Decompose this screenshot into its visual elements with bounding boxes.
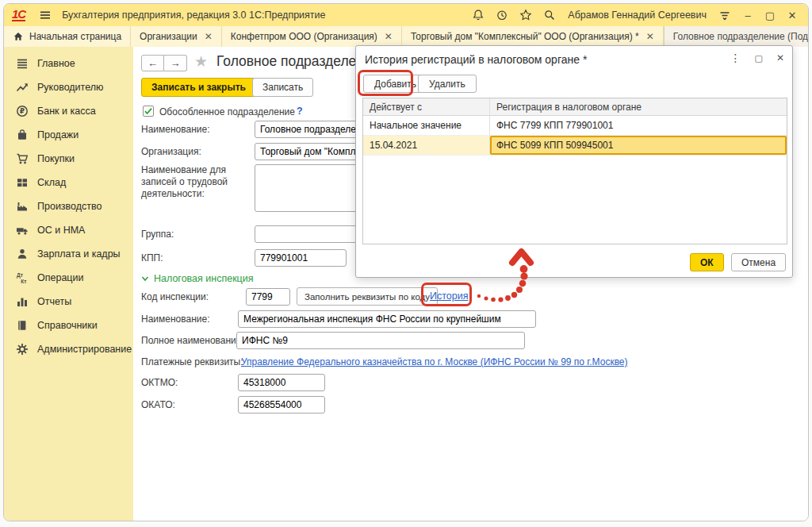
cell-registration[interactable]: ФНС 7799 КПП 779901001 [490, 116, 787, 135]
sidebar-item-production[interactable]: Производство [4, 194, 133, 218]
sidebar-item-label: Администрирование [37, 344, 132, 355]
history-clock-icon[interactable] [493, 6, 511, 24]
inspection-code-input[interactable]: 7799 [246, 288, 290, 306]
back-arrow-button[interactable]: ← [141, 55, 164, 71]
hamburger-menu-icon[interactable] [36, 6, 54, 24]
sidebar-item-directories[interactable]: Справочники [4, 314, 133, 337]
main-menu-icon [16, 57, 29, 70]
inspection-name-input[interactable]: Межрегиональная инспекция ФНС России по … [238, 310, 536, 328]
oktmo-input[interactable]: 45318000 [238, 374, 325, 391]
factory-icon [16, 200, 29, 213]
nav-buttons: ← → [141, 55, 187, 71]
debit-credit-icon: ДтКт [16, 271, 29, 284]
tab-head-division[interactable]: Головное подразделение (Подразделение)✕ [664, 26, 809, 47]
favorites-star-icon[interactable] [517, 6, 534, 24]
tab-label: Конфетпром ООО (Организация) [231, 31, 377, 42]
tab-konfetprom[interactable]: Конфетпром ООО (Организация)✕ [222, 26, 402, 47]
sidebar-item-label: Отчеты [37, 296, 71, 307]
ok-button[interactable]: ОК [690, 253, 724, 271]
svg-text:Кт: Кт [21, 279, 26, 284]
search-icon[interactable] [541, 6, 558, 24]
kpp-label: КПП: [141, 252, 163, 264]
tab-close-icon[interactable]: ✕ [205, 31, 213, 42]
sidebar-item-os-nma[interactable]: ОС и НМА [4, 218, 133, 242]
app-title: Бухгалтерия предприятия, редакция 3.0 1С… [62, 10, 325, 21]
sidebar-item-manager[interactable]: Руководителю [4, 75, 133, 99]
payment-details-label: Платежные реквизиты: [141, 356, 243, 367]
cell-registration[interactable]: ФНС 5099 КПП 509945001 [490, 136, 787, 155]
shopping-cart-icon [16, 152, 29, 165]
sidebar-item-salary-hr[interactable]: Зарплата и кадры [4, 242, 133, 266]
tab-organizations[interactable]: Организации✕ [131, 26, 222, 47]
inspection-code-label: Код инспекции: [141, 291, 209, 302]
save-button[interactable]: Записать [252, 78, 313, 97]
group-label: Группа: [141, 229, 174, 240]
delete-button[interactable]: Удалить [418, 75, 477, 93]
history-link[interactable]: История [430, 290, 468, 302]
chevron-down-icon [141, 275, 149, 283]
column-effective-date[interactable]: Действует с [363, 98, 490, 115]
tab-close-icon[interactable]: ✕ [646, 31, 654, 42]
kpp-input[interactable]: 779901001 [255, 249, 347, 267]
maximize-button[interactable]: ▢ [762, 10, 778, 21]
dialog-title: История регистраций в налоговом органе * [365, 53, 587, 66]
full-name-input[interactable]: ИФНС №9 [236, 332, 525, 349]
sidebar-item-purchases[interactable]: Покупки [4, 147, 133, 171]
dialog-maximize-icon[interactable]: ▢ [755, 53, 763, 63]
sidebar-item-sales[interactable]: Продажи [4, 123, 133, 147]
table-row[interactable]: Начальное значениеФНС 7799 КПП 779901001 [363, 116, 787, 136]
tab-bar: Начальная страницаОрганизации✕Конфетпром… [4, 26, 808, 47]
sidebar-item-main[interactable]: Главное [4, 52, 133, 75]
forward-arrow-button[interactable]: → [164, 55, 187, 71]
cancel-button[interactable]: Отмена [731, 253, 786, 271]
ruble-circle-icon: ₽ [16, 105, 29, 117]
table-row[interactable]: 15.04.2021ФНС 5099 КПП 509945001 [363, 136, 787, 156]
sidebar-item-label: Справочники [37, 320, 98, 331]
sidebar-item-operations[interactable]: ДтКтОперации [4, 266, 133, 290]
dialog-close-icon[interactable]: ✕ [776, 52, 784, 63]
fill-by-code-button[interactable]: Заполнить реквизиты по коду [297, 287, 438, 306]
user-name[interactable]: Абрамов Геннадий Сергеевич [568, 10, 707, 21]
inspection-name-label: Наименование: [141, 314, 210, 325]
favorite-star-icon[interactable]: ★ [194, 52, 208, 71]
cell-effective-date[interactable]: 15.04.2021 [363, 136, 490, 155]
sidebar-item-administration[interactable]: Администрирование [4, 337, 133, 361]
okato-label: ОКАТО: [141, 399, 175, 410]
sidebar-item-label: Производство [37, 201, 102, 212]
sidebar-item-label: Покупки [37, 153, 75, 164]
service-menu-icon[interactable] [716, 6, 733, 24]
sidebar-item-label: Зарплата и кадры [37, 248, 121, 260]
tab-label: Организации [140, 31, 197, 42]
svg-text:₽: ₽ [20, 107, 25, 115]
close-button[interactable]: ✕ [784, 10, 800, 21]
tab-close-icon[interactable]: ✕ [385, 31, 393, 42]
tax-inspection-section[interactable]: Налоговая инспекция [141, 273, 254, 284]
column-registration[interactable]: Регистрация в налоговом органе [490, 98, 787, 115]
minimize-button[interactable]: – [740, 10, 756, 21]
tab-home[interactable]: Начальная страница [4, 26, 131, 47]
separate-division-label: Обособленное подразделение [159, 106, 295, 117]
sidebar-item-label: Руководителю [37, 82, 103, 93]
sidebar-item-warehouse[interactable]: Склад [4, 171, 133, 194]
1c-logo: 1С [12, 9, 25, 21]
sidebar-item-bank-cash[interactable]: ₽Банк и касса [4, 99, 133, 123]
pallet-grid-icon [16, 176, 29, 189]
okato-input[interactable]: 45268554000 [238, 396, 325, 414]
separate-division-checkbox[interactable] [143, 106, 154, 117]
sidebar-item-label: Продажи [37, 129, 79, 140]
notifications-bell-icon[interactable] [469, 6, 487, 24]
home-icon [13, 31, 24, 42]
registration-table: Действует с Регистрация в налоговом орга… [362, 98, 787, 244]
manager-chart-icon [16, 81, 29, 94]
help-question-link[interactable]: ? [297, 106, 303, 117]
sidebar-item-label: Банк и касса [37, 106, 96, 117]
cell-effective-date[interactable]: Начальное значение [363, 116, 490, 135]
more-menu-icon[interactable]: ⋮ [730, 52, 741, 64]
save-close-button[interactable]: Записать и закрыть [141, 78, 256, 97]
sidebar-item-label: ОС и НМА [37, 225, 85, 236]
tab-trade-house[interactable]: Торговый дом "Комплексный" ООО (Организа… [402, 26, 664, 47]
payment-details-link[interactable]: Управление Федерального казначейства по … [241, 356, 628, 367]
checkmark-icon [144, 106, 153, 116]
person-icon [16, 248, 29, 260]
sidebar-item-reports[interactable]: Отчеты [4, 290, 133, 314]
